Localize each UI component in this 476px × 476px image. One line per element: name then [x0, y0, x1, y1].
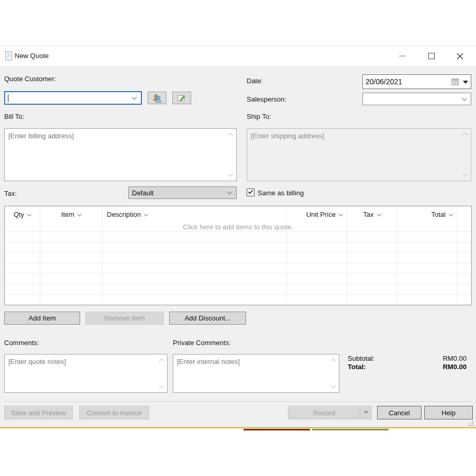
help-button[interactable]: Help: [424, 406, 473, 419]
record-button[interactable]: Record: [289, 406, 360, 419]
cell-unit-price[interactable]: [287, 273, 347, 284]
cell-description[interactable]: [103, 253, 287, 263]
save-and-preview-button[interactable]: Save and Preview: [4, 406, 73, 419]
cell-unit-price[interactable]: [287, 284, 347, 294]
date-dropdown-icon[interactable]: [463, 81, 468, 84]
resize-grip[interactable]: [468, 420, 474, 426]
customer-edit-button[interactable]: [172, 92, 191, 104]
cell-tax[interactable]: [347, 284, 397, 294]
cell-unit-price[interactable]: [287, 263, 347, 274]
cell-item[interactable]: [40, 253, 103, 263]
column-header-qty[interactable]: Qty: [5, 206, 40, 222]
same-as-billing-label: Same as billing: [258, 189, 304, 197]
chevron-down-icon: [462, 96, 467, 101]
convert-to-invoice-button[interactable]: Convert to Invoice: [79, 406, 149, 419]
cell-item[interactable]: [40, 294, 103, 305]
cell-unit-price[interactable]: [287, 242, 347, 253]
cell-description[interactable]: [103, 232, 287, 242]
cell-description[interactable]: [103, 242, 287, 253]
cell-item[interactable]: [40, 284, 103, 294]
cell-tax[interactable]: [347, 294, 397, 305]
add-discount-button[interactable]: Add Discount...: [169, 312, 246, 325]
cell-item[interactable]: [40, 232, 103, 242]
cell-filler: [457, 253, 471, 263]
close-button[interactable]: [448, 46, 472, 66]
table-row[interactable]: [5, 242, 471, 253]
cell-description[interactable]: [103, 263, 287, 274]
column-header-unit-price[interactable]: Unit Price: [287, 206, 347, 222]
cell-item[interactable]: [40, 242, 103, 253]
chevron-down-icon: [78, 212, 82, 216]
cell-total[interactable]: [397, 253, 457, 263]
subtotal-value: RM0.00: [442, 355, 467, 363]
bill-to-label: Bill To:: [4, 113, 24, 120]
table-row[interactable]: [5, 294, 471, 305]
date-field[interactable]: 20/06/2021: [362, 74, 471, 89]
cell-description[interactable]: [103, 273, 287, 284]
window-title: New Quote: [15, 52, 49, 60]
add-item-button[interactable]: Add Item: [4, 312, 80, 325]
document-icon: [5, 51, 13, 63]
record-split-button: Record: [288, 406, 372, 419]
chevron-down-icon: [449, 212, 453, 216]
salesperson-label: Salesperson:: [247, 95, 286, 103]
comments-textarea[interactable]: [4, 354, 168, 393]
cell-qty[interactable]: [5, 232, 40, 242]
cell-total[interactable]: [397, 232, 457, 242]
minimize-button[interactable]: [390, 46, 414, 66]
column-header-description[interactable]: Description: [103, 206, 287, 222]
cell-total[interactable]: [397, 273, 457, 284]
subtotal-label: Subtotal:: [348, 355, 374, 363]
cell-unit-price[interactable]: [287, 253, 347, 263]
calendar-icon[interactable]: [451, 78, 459, 88]
cell-qty[interactable]: [5, 284, 40, 294]
chevron-down-icon: [144, 212, 148, 216]
cell-qty[interactable]: [5, 242, 40, 253]
cell-unit-price[interactable]: [287, 232, 347, 242]
column-header-item[interactable]: Item: [40, 206, 103, 222]
cell-total[interactable]: [397, 284, 457, 294]
record-dropdown-arrow[interactable]: [360, 406, 371, 419]
customer-combobox[interactable]: [4, 91, 142, 105]
ship-to-textarea[interactable]: [247, 128, 471, 181]
cancel-button[interactable]: Cancel: [377, 406, 422, 419]
cell-filler: [457, 242, 471, 253]
salesperson-combobox[interactable]: [362, 93, 471, 105]
tax-label: Tax:: [4, 190, 17, 197]
tax-dropdown[interactable]: Default: [128, 186, 237, 199]
triangle-down-icon: [363, 411, 369, 414]
table-row[interactable]: [5, 253, 471, 263]
cell-tax[interactable]: [347, 253, 397, 263]
cell-qty[interactable]: [5, 253, 40, 263]
table-row[interactable]: [5, 284, 471, 294]
cell-qty[interactable]: [5, 273, 40, 284]
table-row[interactable]: [5, 263, 471, 274]
totals-summary: Subtotal: RM0.00 Total: RM0.00: [348, 355, 467, 371]
cell-tax[interactable]: [347, 273, 397, 284]
cell-qty[interactable]: [5, 294, 40, 305]
table-row[interactable]: [5, 273, 471, 284]
cell-unit-price[interactable]: [287, 294, 347, 305]
cell-description[interactable]: [103, 294, 287, 305]
customer-lookup-button[interactable]: [148, 92, 167, 104]
maximize-button[interactable]: [419, 46, 444, 66]
cell-description[interactable]: [103, 284, 287, 294]
remove-item-button[interactable]: Remove Item: [85, 312, 164, 325]
cell-qty[interactable]: [5, 263, 40, 274]
private-comments-textarea[interactable]: [173, 354, 339, 393]
cell-tax[interactable]: [347, 242, 397, 253]
cell-item[interactable]: [40, 273, 103, 284]
column-header-tax[interactable]: Tax: [347, 206, 397, 222]
table-row[interactable]: [5, 232, 471, 242]
cell-tax[interactable]: [347, 263, 397, 274]
same-as-billing-checkbox[interactable]: [247, 189, 254, 196]
contacts-icon: [152, 94, 162, 103]
cell-total[interactable]: [397, 263, 457, 274]
bill-to-textarea[interactable]: [4, 128, 237, 181]
cell-tax[interactable]: [347, 232, 397, 242]
empty-table-hint[interactable]: Click here to add items to this quote.: [5, 223, 471, 233]
cell-total[interactable]: [397, 294, 457, 305]
cell-item[interactable]: [40, 263, 103, 274]
column-header-total[interactable]: Total: [397, 206, 457, 222]
cell-total[interactable]: [397, 242, 457, 253]
